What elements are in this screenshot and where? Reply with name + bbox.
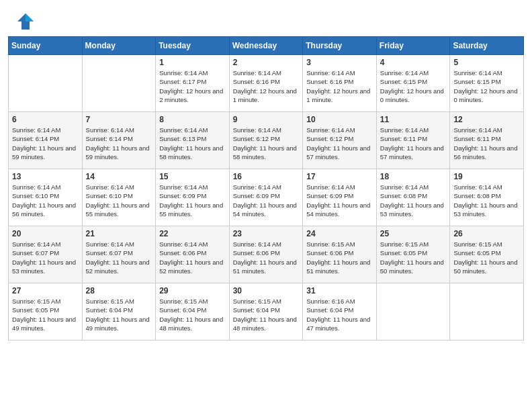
day-info: Sunrise: 6:14 AM Sunset: 6:07 PM Dayligh…: [86, 240, 152, 275]
day-number: 31: [306, 286, 373, 295]
day-number: 18: [380, 172, 447, 181]
day-cell: 11Sunrise: 6:14 AM Sunset: 6:11 PM Dayli…: [376, 112, 450, 169]
day-header-thursday: Thursday: [303, 37, 377, 55]
day-header-saturday: Saturday: [450, 37, 524, 55]
day-number: 12: [453, 115, 520, 124]
day-info: Sunrise: 6:14 AM Sunset: 6:06 PM Dayligh…: [159, 240, 226, 275]
day-cell: 7Sunrise: 6:14 AM Sunset: 6:14 PM Daylig…: [82, 112, 156, 169]
day-cell: [450, 283, 524, 340]
header: [0, 0, 532, 36]
day-number: 30: [233, 286, 300, 295]
day-cell: 28Sunrise: 6:15 AM Sunset: 6:04 PM Dayli…: [82, 283, 156, 340]
day-info: Sunrise: 6:15 AM Sunset: 6:05 PM Dayligh…: [453, 240, 520, 275]
day-info: Sunrise: 6:14 AM Sunset: 6:12 PM Dayligh…: [233, 126, 300, 161]
day-number: 2: [233, 58, 300, 67]
day-cell: 22Sunrise: 6:14 AM Sunset: 6:06 PM Dayli…: [156, 226, 230, 283]
day-cell: 14Sunrise: 6:14 AM Sunset: 6:10 PM Dayli…: [82, 169, 156, 226]
svg-marker-1: [26, 13, 34, 21]
day-cell: 1Sunrise: 6:14 AM Sunset: 6:17 PM Daylig…: [156, 55, 230, 112]
day-number: 5: [453, 58, 520, 67]
day-cell: [376, 283, 450, 340]
day-info: Sunrise: 6:15 AM Sunset: 6:04 PM Dayligh…: [233, 297, 300, 332]
day-info: Sunrise: 6:14 AM Sunset: 6:15 PM Dayligh…: [380, 68, 447, 104]
day-info: Sunrise: 6:14 AM Sunset: 6:08 PM Dayligh…: [380, 183, 447, 218]
day-number: 20: [12, 229, 79, 238]
day-info: Sunrise: 6:14 AM Sunset: 6:10 PM Dayligh…: [12, 183, 79, 218]
logo: [16, 12, 36, 31]
day-cell: 10Sunrise: 6:14 AM Sunset: 6:12 PM Dayli…: [303, 112, 377, 169]
week-row-1: 1Sunrise: 6:14 AM Sunset: 6:17 PM Daylig…: [9, 55, 524, 112]
day-header-wednesday: Wednesday: [229, 37, 303, 55]
day-info: Sunrise: 6:14 AM Sunset: 6:08 PM Dayligh…: [453, 183, 520, 218]
day-number: 28: [86, 286, 152, 295]
day-number: 6: [12, 115, 79, 124]
day-number: 9: [233, 115, 300, 124]
day-info: Sunrise: 6:14 AM Sunset: 6:10 PM Dayligh…: [86, 183, 152, 218]
day-cell: 18Sunrise: 6:14 AM Sunset: 6:08 PM Dayli…: [376, 169, 450, 226]
day-number: 26: [453, 229, 520, 238]
day-cell: 20Sunrise: 6:14 AM Sunset: 6:07 PM Dayli…: [9, 226, 83, 283]
day-info: Sunrise: 6:14 AM Sunset: 6:16 PM Dayligh…: [306, 68, 373, 104]
week-row-5: 27Sunrise: 6:15 AM Sunset: 6:05 PM Dayli…: [9, 283, 524, 340]
day-number: 7: [86, 115, 152, 124]
day-info: Sunrise: 6:14 AM Sunset: 6:07 PM Dayligh…: [12, 240, 79, 275]
calendar-wrapper: SundayMondayTuesdayWednesdayThursdayFrid…: [0, 36, 532, 349]
day-cell: 16Sunrise: 6:14 AM Sunset: 6:09 PM Dayli…: [229, 169, 303, 226]
day-number: 23: [233, 229, 300, 238]
day-info: Sunrise: 6:15 AM Sunset: 6:04 PM Dayligh…: [159, 297, 226, 332]
day-cell: 9Sunrise: 6:14 AM Sunset: 6:12 PM Daylig…: [229, 112, 303, 169]
day-cell: [9, 55, 83, 112]
day-number: 4: [380, 58, 447, 67]
day-cell: 6Sunrise: 6:14 AM Sunset: 6:14 PM Daylig…: [9, 112, 83, 169]
day-number: 27: [12, 286, 79, 295]
day-number: 8: [159, 115, 226, 124]
day-info: Sunrise: 6:14 AM Sunset: 6:13 PM Dayligh…: [159, 126, 226, 161]
day-info: Sunrise: 6:14 AM Sunset: 6:14 PM Dayligh…: [86, 126, 152, 161]
day-number: 10: [306, 115, 373, 124]
day-cell: 25Sunrise: 6:15 AM Sunset: 6:05 PM Dayli…: [376, 226, 450, 283]
day-header-monday: Monday: [82, 37, 156, 55]
day-header-tuesday: Tuesday: [156, 37, 230, 55]
day-cell: 31Sunrise: 6:16 AM Sunset: 6:04 PM Dayli…: [303, 283, 377, 340]
week-row-4: 20Sunrise: 6:14 AM Sunset: 6:07 PM Dayli…: [9, 226, 524, 283]
day-info: Sunrise: 6:15 AM Sunset: 6:05 PM Dayligh…: [380, 240, 447, 275]
day-number: 29: [159, 286, 226, 295]
day-cell: 12Sunrise: 6:14 AM Sunset: 6:11 PM Dayli…: [450, 112, 524, 169]
week-row-3: 13Sunrise: 6:14 AM Sunset: 6:10 PM Dayli…: [9, 169, 524, 226]
day-cell: [82, 55, 156, 112]
day-header-sunday: Sunday: [9, 37, 83, 55]
week-row-2: 6Sunrise: 6:14 AM Sunset: 6:14 PM Daylig…: [9, 112, 524, 169]
day-info: Sunrise: 6:14 AM Sunset: 6:14 PM Dayligh…: [12, 126, 79, 161]
day-cell: 29Sunrise: 6:15 AM Sunset: 6:04 PM Dayli…: [156, 283, 230, 340]
day-info: Sunrise: 6:14 AM Sunset: 6:09 PM Dayligh…: [233, 183, 300, 218]
day-info: Sunrise: 6:15 AM Sunset: 6:04 PM Dayligh…: [86, 297, 152, 332]
day-header-friday: Friday: [376, 37, 450, 55]
calendar-table: SundayMondayTuesdayWednesdayThursdayFrid…: [8, 36, 524, 340]
day-cell: 19Sunrise: 6:14 AM Sunset: 6:08 PM Dayli…: [450, 169, 524, 226]
day-cell: 2Sunrise: 6:14 AM Sunset: 6:16 PM Daylig…: [229, 55, 303, 112]
day-number: 17: [306, 172, 373, 181]
day-cell: 23Sunrise: 6:14 AM Sunset: 6:06 PM Dayli…: [229, 226, 303, 283]
day-info: Sunrise: 6:14 AM Sunset: 6:17 PM Dayligh…: [159, 68, 226, 104]
logo-icon: [16, 12, 35, 31]
day-number: 19: [453, 172, 520, 181]
day-number: 3: [306, 58, 373, 67]
day-info: Sunrise: 6:14 AM Sunset: 6:16 PM Dayligh…: [233, 68, 300, 104]
day-info: Sunrise: 6:15 AM Sunset: 6:05 PM Dayligh…: [12, 297, 79, 332]
day-cell: 24Sunrise: 6:15 AM Sunset: 6:06 PM Dayli…: [303, 226, 377, 283]
day-cell: 26Sunrise: 6:15 AM Sunset: 6:05 PM Dayli…: [450, 226, 524, 283]
day-number: 15: [159, 172, 226, 181]
day-cell: 27Sunrise: 6:15 AM Sunset: 6:05 PM Dayli…: [9, 283, 83, 340]
day-number: 14: [86, 172, 152, 181]
day-cell: 21Sunrise: 6:14 AM Sunset: 6:07 PM Dayli…: [82, 226, 156, 283]
page: SundayMondayTuesdayWednesdayThursdayFrid…: [0, 0, 532, 411]
day-number: 25: [380, 229, 447, 238]
day-number: 24: [306, 229, 373, 238]
day-cell: 15Sunrise: 6:14 AM Sunset: 6:09 PM Dayli…: [156, 169, 230, 226]
day-info: Sunrise: 6:14 AM Sunset: 6:12 PM Dayligh…: [306, 126, 373, 161]
day-info: Sunrise: 6:14 AM Sunset: 6:09 PM Dayligh…: [159, 183, 226, 218]
day-info: Sunrise: 6:14 AM Sunset: 6:09 PM Dayligh…: [306, 183, 373, 218]
day-number: 22: [159, 229, 226, 238]
day-cell: 30Sunrise: 6:15 AM Sunset: 6:04 PM Dayli…: [229, 283, 303, 340]
day-cell: 17Sunrise: 6:14 AM Sunset: 6:09 PM Dayli…: [303, 169, 377, 226]
